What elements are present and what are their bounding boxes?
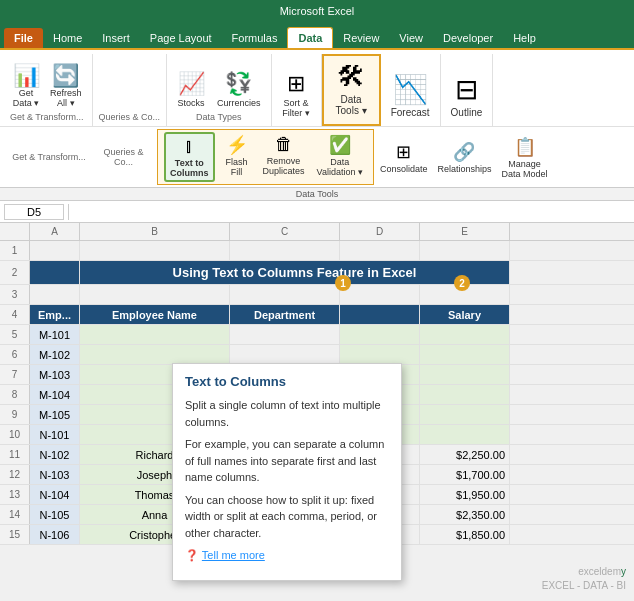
cell-d1[interactable] (340, 241, 420, 260)
row-num-8: 8 (0, 385, 30, 404)
cell-a9[interactable]: M-105 (30, 405, 80, 424)
remove-duplicates-button[interactable]: 🗑 RemoveDuplicates (259, 132, 309, 182)
ribbon-group-data-types: 📈 Stocks 💱 Currencies Data Types (167, 54, 272, 126)
cell-d3[interactable] (340, 285, 420, 304)
data-tools-sub-row: ⫿ Text toColumns ⚡ FlashFill 🗑 RemoveDup… (157, 129, 374, 185)
cell-d6[interactable] (340, 345, 420, 364)
cell-d5[interactable] (340, 325, 420, 344)
manage-data-model-button[interactable]: 📋 ManageData Model (497, 134, 551, 181)
flash-fill-button[interactable]: ⚡ FlashFill (219, 132, 255, 182)
data-tools-main-button[interactable]: 🛠 DataTools ▾ (332, 58, 371, 118)
row-num-5: 5 (0, 325, 30, 344)
forecast-button[interactable]: 📉 Forecast (387, 71, 434, 120)
tab-help[interactable]: Help (503, 28, 546, 48)
outline-icon: ⊟ (455, 73, 478, 106)
tab-developer[interactable]: Developer (433, 28, 503, 48)
col-header-a[interactable]: A (30, 223, 80, 240)
cell-e4[interactable]: Salary (420, 305, 510, 324)
cell-a13[interactable]: N-104 (30, 485, 80, 504)
cell-a10[interactable]: N-101 (30, 425, 80, 444)
cell-b5[interactable] (80, 325, 230, 344)
tooltip-example: For example, you can separate a column o… (185, 436, 389, 486)
cell-e14[interactable]: $2,350.00 (420, 505, 510, 524)
col-header-b[interactable]: B (80, 223, 230, 240)
cell-e7[interactable] (420, 365, 510, 384)
cell-e5[interactable] (420, 325, 510, 344)
cell-e8[interactable] (420, 385, 510, 404)
text-to-columns-icon: ⫿ (185, 136, 194, 157)
cell-a5[interactable]: M-101 (30, 325, 80, 344)
cell-a3[interactable] (30, 285, 80, 304)
cell-b3[interactable] (80, 285, 230, 304)
cell-reference[interactable] (4, 204, 64, 220)
tab-home[interactable]: Home (43, 28, 92, 48)
relationships-button[interactable]: 🔗 Relationships (433, 139, 495, 176)
cell-a11[interactable]: N-102 (30, 445, 80, 464)
cell-b4[interactable]: Employee Name (80, 305, 230, 324)
sort-filter-label: Sort &Filter ▾ (282, 98, 310, 118)
cell-e15[interactable]: $1,850.00 (420, 525, 510, 544)
table-row: 6 M-102 (0, 345, 634, 365)
row-num-9: 9 (0, 405, 30, 424)
tab-formulas[interactable]: Formulas (222, 28, 288, 48)
cell-a14[interactable]: N-105 (30, 505, 80, 524)
col-header-d[interactable]: D (340, 223, 420, 240)
table-row: 5 M-101 (0, 325, 634, 345)
cell-e13[interactable]: $1,950.00 (420, 485, 510, 504)
ribbon-group-sort-filter: ⊞ Sort &Filter ▾ (272, 54, 322, 126)
cell-c6[interactable] (230, 345, 340, 364)
tab-view[interactable]: View (389, 28, 433, 48)
cell-d4[interactable] (340, 305, 420, 324)
tab-insert[interactable]: Insert (92, 28, 140, 48)
cell-e12[interactable]: $1,700.00 (420, 465, 510, 484)
tooltip-tell-me-more-link[interactable]: Tell me more (202, 549, 265, 561)
outline-button[interactable]: ⊟ Outline (447, 71, 487, 120)
row-num-13: 13 (0, 485, 30, 504)
ribbon-group-outline: ⊟ Outline (441, 54, 494, 126)
row-num-header (0, 223, 30, 240)
cell-e6[interactable] (420, 345, 510, 364)
consolidate-button[interactable]: ⊞ Consolidate (376, 139, 432, 176)
cell-e1[interactable] (420, 241, 510, 260)
tab-review[interactable]: Review (333, 28, 389, 48)
data-validation-button[interactable]: ✅ DataValidation ▾ (313, 132, 367, 182)
cell-c3[interactable] (230, 285, 340, 304)
get-data-icon: 📊 (13, 65, 40, 87)
stocks-button[interactable]: 📈 Stocks (173, 69, 209, 110)
cell-c4[interactable]: Department (230, 305, 340, 324)
cell-b6[interactable] (80, 345, 230, 364)
cell-a15[interactable]: N-106 (30, 525, 80, 544)
tab-data[interactable]: Data (287, 27, 333, 48)
refresh-all-button[interactable]: 🔄 RefreshAll ▾ (46, 63, 86, 110)
currencies-label: Currencies (217, 98, 261, 108)
cell-a12[interactable]: N-103 (30, 465, 80, 484)
cell-b1[interactable] (80, 241, 230, 260)
cell-e11[interactable]: $2,250.00 (420, 445, 510, 464)
cell-b2-title[interactable]: Using Text to Columns Feature in Excel (80, 261, 510, 284)
manage-data-model-icon: 📋 (514, 136, 536, 158)
cell-a4[interactable]: Emp... (30, 305, 80, 324)
cell-e9[interactable] (420, 405, 510, 424)
cell-c5[interactable] (230, 325, 340, 344)
get-data-button[interactable]: 📊 GetData ▾ (8, 63, 44, 110)
currencies-button[interactable]: 💱 Currencies (213, 69, 265, 110)
row-num-15: 15 (0, 525, 30, 544)
sort-filter-icon: ⊞ (287, 71, 305, 97)
cell-a7[interactable]: M-103 (30, 365, 80, 384)
cell-c1[interactable] (230, 241, 340, 260)
cell-a8[interactable]: M-104 (30, 385, 80, 404)
sort-filter-button[interactable]: ⊞ Sort &Filter ▾ (278, 69, 314, 120)
tab-page-layout[interactable]: Page Layout (140, 28, 222, 48)
text-to-columns-button[interactable]: ⫿ Text toColumns (164, 132, 215, 182)
col-header-c[interactable]: C (230, 223, 340, 240)
watermark: exceldemy EXCEL - DATA - BI (542, 565, 626, 593)
cell-a6[interactable]: M-102 (30, 345, 80, 364)
tab-file[interactable]: File (4, 28, 43, 48)
tooltip-title: Text to Columns (185, 374, 389, 389)
stocks-label: Stocks (178, 98, 205, 108)
cell-e10[interactable] (420, 425, 510, 444)
cell-a2[interactable] (30, 261, 80, 284)
formula-input[interactable] (73, 206, 630, 218)
cell-a1[interactable] (30, 241, 80, 260)
col-header-e[interactable]: E (420, 223, 510, 240)
